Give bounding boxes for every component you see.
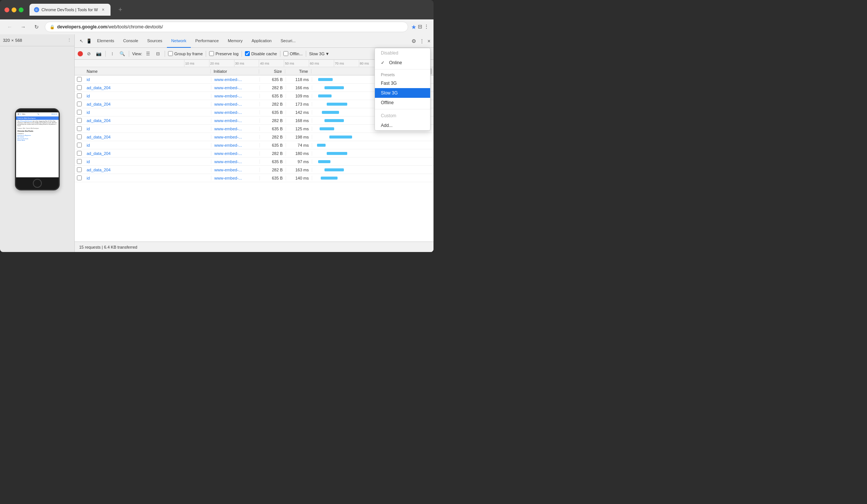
record-button[interactable] (78, 51, 83, 56)
row-checkbox[interactable] (77, 102, 82, 106)
header-time[interactable]: Time (285, 69, 311, 74)
more-tabs-icon[interactable]: ⋮ (419, 38, 425, 44)
table-row[interactable]: ad_data_204 www-embed-... 282 B 180 ms (75, 149, 434, 158)
row-initiator: www-embed-... (211, 110, 260, 115)
row-checkbox[interactable] (77, 126, 82, 131)
row-checkbox[interactable] (77, 175, 82, 180)
row-size: 282 B (260, 135, 286, 139)
throttle-dropdown-button[interactable]: Slow 3G ▼ (309, 52, 329, 56)
url-bar[interactable]: 🔒 developers.google.com/web/tools/chrome… (45, 22, 408, 32)
row-time: 140 ms (286, 176, 312, 180)
device-frame: ☰ ⬡ Web 🔍 SIGN IN Tools for Web Develope… (15, 108, 60, 190)
dropdown-item-fast3g[interactable]: Fast 3G (375, 78, 430, 88)
filter-button[interactable]: ⫶ (109, 50, 116, 57)
dropdown-item-disabled[interactable]: Disabled (375, 48, 430, 58)
header-name[interactable]: Name (84, 69, 211, 74)
dropdown-online-label: Online (389, 60, 402, 65)
row-checkbox[interactable] (77, 110, 82, 115)
disable-cache-checkbox[interactable] (245, 51, 250, 56)
row-checkbox[interactable] (77, 159, 82, 164)
header-size[interactable]: Size (259, 69, 285, 74)
device-topbar: ☰ ⬡ Web 🔍 SIGN IN (16, 112, 59, 116)
row-checkbox[interactable] (77, 143, 82, 147)
waterfall-bar (327, 103, 347, 106)
cast-icon[interactable]: ⊟ (418, 24, 422, 31)
row-initiator: www-embed-... (211, 176, 260, 180)
close-button[interactable] (4, 7, 9, 12)
forward-button[interactable]: → (18, 22, 28, 32)
row-checkbox[interactable] (77, 118, 82, 123)
header-initiator[interactable]: Initiator (211, 69, 259, 74)
row-checkbox[interactable] (77, 93, 82, 98)
settings-icon[interactable]: ⚙ (411, 38, 416, 44)
tab-network[interactable]: Network (167, 34, 191, 48)
new-tab-button[interactable]: + (115, 4, 125, 15)
row-size: 282 B (260, 168, 286, 172)
browser-window: C Chrome DevTools | Tools for W × + ← → … (0, 0, 434, 252)
tick-40ms: 40 ms (259, 60, 284, 67)
device-nav-item-1: DevTools for Beginners (18, 135, 57, 136)
row-checkbox[interactable] (77, 77, 82, 82)
dropdown-item-slow3g[interactable]: Slow 3G (375, 88, 430, 98)
table-row[interactable]: id www-embed-... 635 B 74 ms (75, 141, 434, 149)
row-checkbox[interactable] (77, 85, 82, 90)
row-name: ad_data_204 (84, 102, 211, 106)
row-initiator: www-embed-... (211, 94, 260, 98)
tick-30ms: 30 ms (234, 60, 259, 67)
row-checkbox[interactable] (77, 167, 82, 172)
stop-recording-button[interactable]: ⊘ (85, 50, 93, 57)
dropdown-item-add[interactable]: Add... (375, 121, 430, 130)
tab-application[interactable]: Application (247, 34, 276, 48)
row-time: 163 ms (286, 168, 312, 172)
tab-memory[interactable]: Memory (223, 34, 247, 48)
row-time: 118 ms (286, 77, 312, 82)
camera-button[interactable]: 📷 (95, 50, 102, 57)
list-view-button[interactable]: ☰ (144, 50, 152, 57)
row-size: 635 B (260, 159, 286, 164)
group-by-frame-label: Group by frame (168, 51, 203, 56)
browser-tab[interactable]: C Chrome DevTools | Tools for W × (29, 4, 111, 16)
device-home-button[interactable] (33, 179, 42, 188)
maximize-button[interactable] (19, 7, 24, 12)
device-toggle-button[interactable]: 📱 (85, 37, 93, 45)
search-button[interactable]: 🔍 (118, 50, 126, 57)
menu-button[interactable]: ⋮ (424, 24, 429, 31)
table-row[interactable]: ad_data_204 www-embed-... 282 B 198 ms (75, 133, 434, 141)
cursor-tool-button[interactable]: ↖ (78, 37, 85, 45)
table-row[interactable]: ad_data_204 www-embed-... 282 B 163 ms (75, 166, 434, 174)
devtools-close-button[interactable]: × (428, 38, 431, 44)
minimize-button[interactable] (12, 7, 16, 12)
dropdown-item-online[interactable]: ✓ Online (375, 58, 430, 68)
reload-button[interactable]: ↻ (31, 22, 42, 32)
bookmark-button[interactable]: ★ (411, 24, 416, 31)
table-row[interactable]: id www-embed-... 635 B 140 ms (75, 174, 434, 182)
back-button[interactable]: ← (4, 22, 15, 32)
table-row[interactable]: id www-embed-... 635 B 97 ms (75, 158, 434, 166)
device-section-title: Chrome DevTools (16, 130, 59, 133)
dropdown-item-custom[interactable]: Custom (375, 111, 430, 121)
offline-label: Offlin... (283, 51, 303, 56)
row-checkbox[interactable] (77, 134, 82, 139)
throttle-value: Slow 3G (309, 52, 325, 56)
toolbar-separator-2 (129, 51, 129, 57)
group-view-button[interactable]: ⊟ (154, 50, 162, 57)
device-more-button[interactable]: ⋮ (67, 38, 71, 43)
row-checkbox[interactable] (77, 151, 82, 156)
tab-security[interactable]: Securi... (276, 34, 300, 48)
view-label: View: (132, 52, 142, 56)
dropdown-item-offline[interactable]: Offline (375, 98, 430, 108)
offline-checkbox[interactable] (283, 51, 288, 56)
tab-close-button[interactable]: × (100, 7, 106, 13)
tab-elements[interactable]: Elements (93, 34, 119, 48)
preserve-log-checkbox[interactable] (209, 51, 214, 56)
tab-console[interactable]: Console (119, 34, 143, 48)
row-waterfall (312, 166, 434, 174)
device-nav-item-3: Discover DevTools (18, 138, 57, 140)
row-size: 282 B (260, 102, 286, 106)
group-by-frame-checkbox[interactable] (168, 51, 173, 56)
tick-70ms: 70 ms (334, 60, 359, 67)
offline-text: Offlin... (290, 52, 303, 56)
tab-sources[interactable]: Sources (143, 34, 167, 48)
tab-performance[interactable]: Performance (191, 34, 223, 48)
row-name: id (84, 176, 211, 180)
